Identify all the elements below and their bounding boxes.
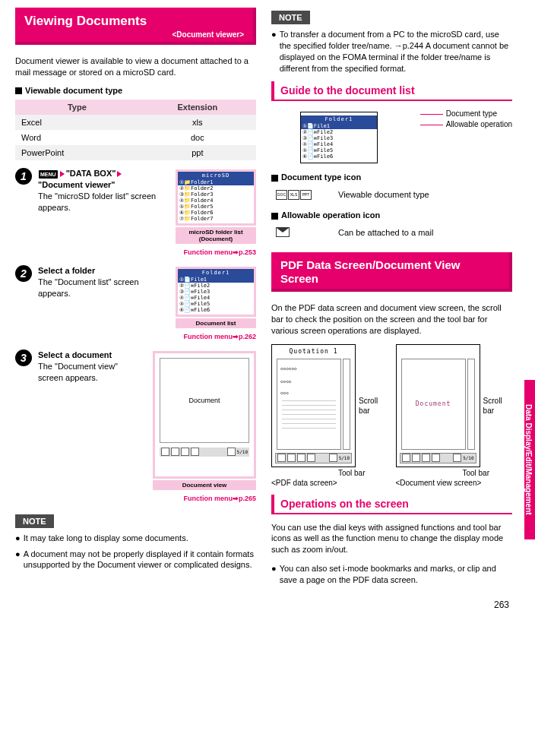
function-menu-link[interactable]: Function menu➡p.262 — [15, 333, 256, 340]
step3-desc: The "Document view" screen appears. — [38, 361, 145, 384]
step-1: 1 MENU"DATA BOX""Document viewer" The "m… — [15, 168, 256, 244]
step3-title: Select a document — [38, 350, 145, 361]
document-types-table: Type Extension Excel xls Word doc PowerP… — [15, 100, 256, 160]
screen-pair: Quotation 1 ◇◇◇◇◇◇ ◇◇◇◇ ◇◇◇ 5/10 — [271, 344, 512, 487]
doc-type-icon-desc: Viewable document type — [334, 186, 512, 203]
microsd-folder-list-figure: microSD ①📁Folder1 ②📁Folder2 ③📁Folder3 ④📁… — [176, 169, 256, 226]
pdf-screen-title: PDF Data Screen/Document View Screen — [280, 258, 500, 286]
doc-type-icon-heading: Document type icon — [271, 172, 512, 182]
allowable-op-icon-heading: Allowable operation icon — [271, 210, 512, 220]
th-ext: Extension — [139, 100, 256, 115]
operations-text: You can use the dial keys with assigned … — [271, 522, 512, 556]
page-number: 263 — [494, 599, 509, 610]
figure-caption: Document list — [176, 318, 256, 328]
toolbar-label: Tool bar — [271, 469, 366, 477]
viewable-type-heading: Viewable document type — [15, 86, 256, 95]
ops-bullet: ●You can also set i-mode bookmarks and m… — [271, 563, 512, 586]
toolbar-label: Tool bar — [396, 469, 490, 477]
th-type: Type — [15, 100, 139, 115]
arrow-icon — [60, 171, 65, 177]
table-row: Excel xls — [15, 115, 256, 130]
step1-title: MENU"DATA BOX""Document viewer" — [38, 168, 168, 191]
figure-caption: microSD folder list (Document) — [176, 227, 256, 244]
scrollbar-icon — [467, 359, 475, 450]
doc-icon: DOC — [276, 190, 287, 200]
pdf-data-screen-figure: Quotation 1 ◇◇◇◇◇◇ ◇◇◇◇ ◇◇◇ 5/10 — [271, 344, 356, 467]
function-menu-link[interactable]: Function menu➡p.265 — [15, 495, 256, 502]
allowable-op-icon-table: Can be attached to a mail — [271, 224, 512, 242]
note-badge: NOTE — [15, 514, 54, 528]
function-menu-link[interactable]: Function menu➡p.253 — [15, 248, 256, 256]
table-row: PowerPoint ppt — [15, 145, 256, 160]
scrollbar-icon — [343, 359, 350, 450]
folder-contents-figure: Folder1 ①📄File1 ②📄✉File2 ③📄✉File3 ④📄✉Fil… — [300, 112, 378, 163]
step-number-3: 3 — [15, 350, 32, 366]
toolbar-strip: 5/10 — [160, 448, 249, 457]
step-3: 3 Select a document The "Document view" … — [15, 350, 256, 490]
step1-desc: The "microSD folder list" screen appears… — [38, 191, 168, 214]
arrow-icon — [117, 171, 122, 177]
pdf-screen-caption: <PDF data screen> — [271, 479, 388, 487]
doc-type-icons: DOCXLSPPT — [271, 186, 334, 203]
operations-header: Operations on the screen — [271, 495, 512, 514]
intro-text: Document viewer is available to view a d… — [15, 55, 256, 78]
document-placeholder: Document — [160, 358, 249, 443]
table-row: Word doc — [15, 130, 256, 145]
guide-header: Guide to the document list — [271, 81, 512, 101]
scroll-bar-label: Scroll bar — [359, 396, 388, 416]
viewing-documents-sub: <Document viewer> — [24, 30, 244, 39]
note-bullet: ●A document may not be properly displaye… — [15, 549, 256, 571]
toolbar-icon: 5/10 — [400, 453, 476, 463]
ppt-icon: PPT — [300, 190, 312, 200]
document-list-figure: Folder1 ①📄File1 ②📄✉File2 ③📄✉File3 ④📄✉Fil… — [176, 267, 256, 317]
note-bullet: ●It may take long to display some docume… — [15, 533, 256, 544]
viewing-documents-header: Viewing Documents <Document viewer> — [15, 8, 256, 45]
document-view-figure: Document 5/10 — [153, 351, 256, 479]
step2-title: Select a folder — [38, 265, 168, 277]
xls-icon: XLS — [288, 190, 299, 200]
menu-chip: MENU — [39, 170, 58, 179]
viewing-documents-title: Viewing Documents — [24, 14, 244, 29]
step-number-1: 1 — [15, 168, 32, 185]
note-badge: NOTE — [271, 11, 310, 24]
figure-caption: Document view — [153, 480, 256, 490]
step-2: 2 Select a folder The "Document list" sc… — [15, 265, 256, 328]
doc-type-icon-table: DOCXLSPPT Viewable document type — [271, 186, 512, 203]
callout-label-allowable: Allowable operation — [420, 119, 512, 130]
doc-view-screen-caption: <Document view screen> — [396, 479, 513, 487]
callout-figure: Folder1 ①📄File1 ②📄✉File2 ③📄✉File3 ④📄✉Fil… — [271, 109, 512, 165]
toolbar-icon: 5/10 — [275, 453, 352, 463]
mail-icon — [276, 227, 290, 237]
document-view-screen-figure: Document 5/10 — [396, 344, 480, 467]
note-bullet: ●To transfer a document from a PC to the… — [271, 29, 512, 74]
pdf-intro-text: On the PDF data screen and document view… — [271, 302, 512, 337]
step2-desc: The "Document list" screen appears. — [38, 277, 168, 299]
pdf-screen-header: PDF Data Screen/Document View Screen — [271, 252, 512, 292]
scroll-bar-label: Scroll bar — [483, 396, 512, 416]
step-number-2: 2 — [15, 265, 32, 282]
allowable-op-desc: Can be attached to a mail — [334, 224, 512, 242]
callout-label-doc-type: Document type — [420, 109, 512, 119]
mail-attach-icon-cell — [271, 224, 334, 242]
